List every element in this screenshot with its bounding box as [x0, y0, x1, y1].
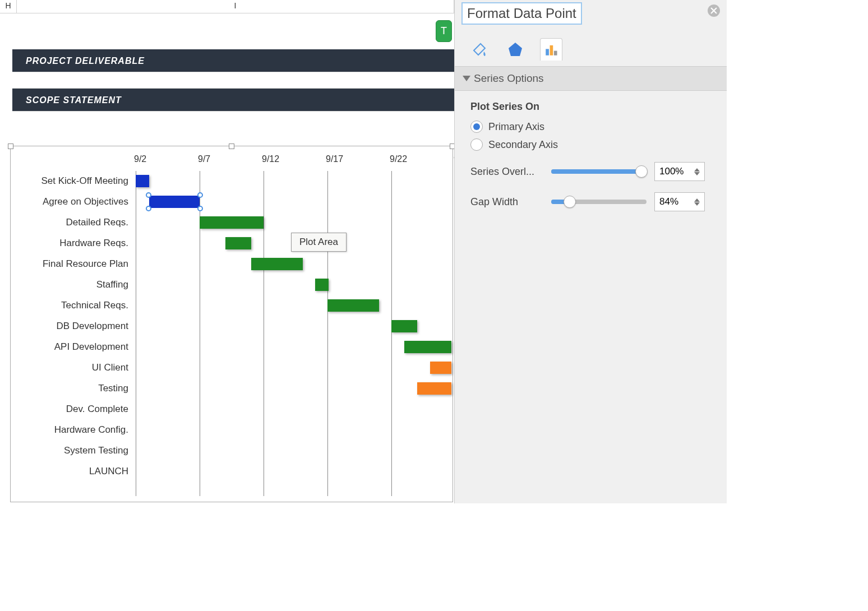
- task-row: Testing: [16, 378, 450, 399]
- task-label: Hardware Reqs.: [16, 238, 128, 249]
- sidebar-title[interactable]: Format Data Point: [461, 2, 582, 25]
- series-options-tab-icon[interactable]: [540, 38, 562, 61]
- gantt-bar-selected[interactable]: [149, 196, 200, 208]
- overlap-value: 100%: [659, 166, 684, 177]
- task-row: Dev. Complete: [16, 399, 450, 420]
- task-label: API Development: [16, 341, 128, 353]
- task-label: Final Resource Plan: [16, 258, 128, 270]
- gantt-bar[interactable]: [251, 258, 303, 270]
- svg-rect-3: [554, 50, 557, 55]
- task-row: Hardware Config.: [16, 420, 450, 441]
- gap-slider[interactable]: [551, 200, 647, 204]
- gap-row-2: [12, 111, 454, 128]
- gap-label: Gap Width: [470, 196, 543, 208]
- radio-primary[interactable]: [470, 121, 483, 133]
- series-options-body: Plot Series On Primary Axis Secondary Ax…: [455, 91, 727, 221]
- chart-handle-tm[interactable]: [229, 144, 234, 149]
- radio-label: Primary Axis: [488, 121, 544, 133]
- plot-series-label: Plot Series On: [470, 101, 711, 113]
- task-row: Staffing: [16, 275, 450, 295]
- task-row: System Testing: [16, 441, 450, 461]
- stepper-up-icon[interactable]: [694, 168, 700, 172]
- col-header-h[interactable]: H: [0, 0, 17, 13]
- task-label: Hardware Config.: [16, 424, 128, 436]
- close-icon[interactable]: [708, 4, 720, 17]
- gantt-bar[interactable]: [391, 320, 417, 332]
- spreadsheet-area: H I T PROJECT DELIVERABLE SCOPE STATEMEN…: [0, 0, 454, 503]
- task-row: LAUNCH: [16, 461, 450, 482]
- radio-secondary[interactable]: [470, 138, 483, 151]
- plot-area[interactable]: Set Kick-Off Meeting Agree on Objectives…: [16, 171, 450, 499]
- series-options-header[interactable]: Series Options: [455, 66, 727, 91]
- task-label: DB Development: [16, 321, 128, 332]
- gap-width-row: Gap Width 84%: [470, 192, 711, 211]
- task-label: System Testing: [16, 445, 128, 456]
- task-label: UI Client: [16, 362, 128, 373]
- gap-value: 84%: [659, 196, 678, 207]
- task-label: Set Kick-Off Meeting: [16, 175, 128, 187]
- series-overlap-row: Series Overl... 100%: [470, 162, 711, 181]
- section-title: Series Options: [474, 72, 544, 85]
- gantt-bar[interactable]: [315, 279, 329, 291]
- green-button[interactable]: T: [436, 20, 452, 42]
- slider-thumb[interactable]: [564, 196, 576, 208]
- svg-marker-0: [509, 43, 522, 56]
- task-row: DB Development: [16, 316, 450, 337]
- gap-value-input[interactable]: 84%: [654, 192, 705, 211]
- task-row: Technical Reqs.: [16, 295, 450, 316]
- fill-tab-icon[interactable]: [468, 38, 491, 61]
- task-label: Agree on Objectives: [16, 196, 128, 207]
- task-row: Final Resource Plan: [16, 254, 450, 275]
- gantt-bar[interactable]: [200, 216, 264, 229]
- gantt-bar[interactable]: [404, 341, 451, 353]
- selection-handle[interactable]: [197, 206, 203, 211]
- gantt-bar[interactable]: [136, 175, 149, 187]
- task-row: Detailed Reqs.: [16, 212, 450, 233]
- col-header-i[interactable]: I: [17, 0, 454, 13]
- chart-inner: 9/2 9/7 9/12 9/17 9/22 9 Set Kick-Off Me…: [16, 154, 450, 499]
- x-tick: 9/22: [390, 154, 407, 164]
- svg-rect-2: [550, 45, 553, 55]
- selection-handle[interactable]: [146, 206, 151, 211]
- gantt-bar[interactable]: [225, 237, 251, 249]
- gantt-bar[interactable]: [417, 382, 451, 395]
- gap-row-1: [12, 72, 454, 89]
- x-tick: 9/7: [198, 154, 210, 164]
- sidebar-tabs: [455, 27, 727, 66]
- x-tick: 9/17: [326, 154, 343, 164]
- stepper: [694, 168, 700, 175]
- task-row: API Development: [16, 337, 450, 358]
- chart-frame[interactable]: 9/2 9/7 9/12 9/17 9/22 9 Set Kick-Off Me…: [10, 146, 453, 502]
- stepper-down-icon[interactable]: [694, 202, 700, 206]
- task-row: Hardware Reqs.: [16, 233, 450, 254]
- stepper-up-icon[interactable]: [694, 198, 700, 202]
- selection-handle[interactable]: [197, 192, 203, 198]
- stepper-down-icon[interactable]: [694, 172, 700, 175]
- stepper: [694, 198, 700, 206]
- x-tick: 9/2: [134, 154, 146, 164]
- x-axis: 9/2 9/7 9/12 9/17 9/22 9: [134, 154, 450, 168]
- task-row: Set Kick-Off Meeting: [16, 171, 450, 192]
- scope-statement-band: SCOPE STATEMENT: [12, 89, 454, 111]
- x-tick: 9/12: [262, 154, 279, 164]
- overlap-slider[interactable]: [551, 169, 647, 174]
- secondary-axis-radio-row[interactable]: Secondary Axis: [470, 138, 711, 151]
- project-deliverable-band: PROJECT DELIVERABLE: [12, 49, 454, 72]
- task-row: UI Client: [16, 358, 450, 378]
- overlap-value-input[interactable]: 100%: [654, 162, 705, 181]
- gantt-bar[interactable]: [430, 362, 451, 374]
- overlap-label: Series Overl...: [470, 166, 543, 178]
- task-label: LAUNCH: [16, 466, 128, 477]
- plot-area-tooltip: Plot Area: [291, 233, 347, 252]
- effects-tab-icon[interactable]: [504, 38, 527, 61]
- slider-thumb[interactable]: [635, 165, 648, 178]
- column-headers: H I: [0, 0, 454, 13]
- task-label: Testing: [16, 383, 128, 394]
- chevron-down-icon: [463, 76, 470, 81]
- gantt-bar[interactable]: [327, 299, 379, 312]
- selection-handle[interactable]: [146, 192, 151, 198]
- format-sidebar: Format Data Point Series Options Plot Se…: [454, 0, 727, 503]
- primary-axis-radio-row[interactable]: Primary Axis: [470, 121, 711, 133]
- chart-handle-tl[interactable]: [8, 144, 13, 149]
- svg-rect-1: [546, 49, 549, 55]
